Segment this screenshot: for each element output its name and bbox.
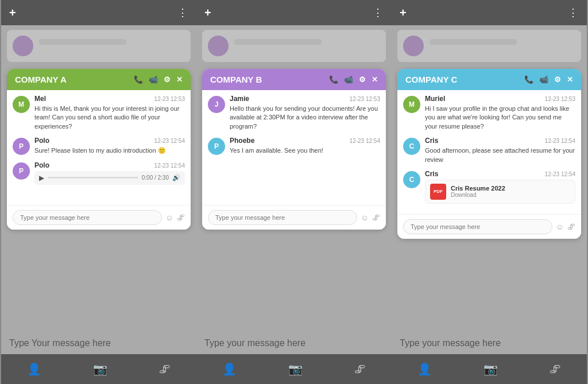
- menu-button-a[interactable]: ⋮: [177, 6, 188, 19]
- bottom-text-a: Type Your message here: [1, 332, 196, 354]
- message-row-b-0: J Jamie 12-23 12:53 Hello thank you for …: [208, 95, 380, 131]
- pdf-attachment-c[interactable]: PDF Cris Resume 2022 Download: [425, 180, 575, 204]
- messages-area-c: M Muriel 12-23 12:53 Hi I saw your profi…: [397, 90, 581, 214]
- msg-header-a-2: Polo 12-23 12:54: [34, 161, 185, 169]
- paperclip-nav-icon-b[interactable]: 🖇: [354, 363, 366, 376]
- message-row-b-1: P Phoebe 12-23 12:54 Yes I am available.…: [208, 137, 380, 155]
- company-name-c: COMPANY C: [405, 75, 457, 84]
- msg-sender-a-0: Mel: [34, 95, 46, 103]
- chat-header-icons-b: 📞 📹 ⚙ ✕: [329, 75, 378, 84]
- bg-text-b: [234, 39, 380, 53]
- msg-text-c-1: Good afternoon, please see attached resu…: [425, 146, 575, 164]
- close-icon-c[interactable]: ✕: [567, 75, 573, 84]
- close-icon-a[interactable]: ✕: [176, 75, 183, 84]
- msg-sender-c-0: Muriel: [425, 95, 445, 103]
- bottom-text-b: Type your message here: [196, 332, 392, 354]
- audio-play-icon[interactable]: ▶: [39, 174, 44, 182]
- msg-header-b-0: Jamie 12-23 12:53: [230, 95, 380, 103]
- msg-sender-a-2: Polo: [34, 161, 49, 169]
- message-input-a[interactable]: [13, 210, 162, 225]
- chat-card-b: COMPANY B 📞 📹 ⚙ ✕ J Jamie 12-23 12:53 He…: [202, 69, 386, 230]
- paperclip-nav-icon-a[interactable]: 🖇: [159, 363, 171, 376]
- camera-nav-icon-c[interactable]: 📷: [483, 362, 498, 376]
- company-name-a: COMPANY A: [15, 75, 67, 84]
- pdf-info-c: Cris Resume 2022 Download: [451, 185, 570, 198]
- message-row-a-2: P Polo 12-23 12:54 ▶ 0:00 / 2:30 🔊: [13, 161, 185, 185]
- emoji-icon-a[interactable]: ☺: [165, 213, 173, 222]
- chat-card-a: COMPANY A 📞 📹 ⚙ ✕ M Mel 12-23 12:53 Hi t…: [7, 69, 191, 230]
- messages-area-b: J Jamie 12-23 12:53 Hello thank you for …: [202, 90, 386, 205]
- company-name-b: COMPANY B: [210, 75, 262, 84]
- msg-sender-b-0: Jamie: [230, 95, 249, 103]
- chat-header-icons-a: 📞 📹 ⚙ ✕: [134, 75, 183, 84]
- person-nav-icon-c[interactable]: 👤: [417, 362, 432, 376]
- camera-nav-icon-a[interactable]: 📷: [93, 362, 107, 376]
- message-input-b[interactable]: [208, 210, 357, 225]
- menu-button-b[interactable]: ⋮: [373, 6, 384, 19]
- msg-time-c-2: 12-23 12:54: [545, 171, 575, 177]
- add-button-b[interactable]: +: [204, 6, 211, 20]
- attachment-icon-b[interactable]: 🖇: [372, 213, 380, 222]
- msg-content-c-1: Cris 12-23 12:54 Good afternoon, please …: [425, 137, 575, 164]
- bottom-text-c: Type your message here: [392, 332, 587, 354]
- bg-contact-b: [202, 30, 386, 62]
- msg-sender-a-1: Polo: [34, 137, 49, 145]
- msg-content-a-0: Mel 12-23 12:53 Hi this is Mel, thank yo…: [34, 95, 185, 131]
- add-button-a[interactable]: +: [9, 6, 16, 20]
- video-icon-c[interactable]: 📹: [539, 75, 548, 84]
- bg-name-line-c: [430, 39, 517, 45]
- bg-text-a: [39, 39, 185, 53]
- msg-header-c-2: Cris 12-23 12:54: [425, 170, 575, 178]
- bg-text-c: [430, 39, 575, 53]
- msg-time-c-0: 12-23 12:53: [545, 96, 575, 102]
- video-icon-b[interactable]: 📹: [344, 75, 353, 84]
- phone-icon-a[interactable]: 📞: [134, 75, 143, 84]
- person-nav-icon-b[interactable]: 👤: [222, 362, 237, 376]
- msg-input-area-c: ☺ 🖇: [397, 214, 581, 239]
- pdf-icon-c: PDF: [430, 184, 446, 200]
- avatar-mel: M: [13, 96, 30, 113]
- add-button-c[interactable]: +: [400, 6, 407, 20]
- bottom-nav-a: 👤 📷 🖇: [1, 354, 196, 384]
- msg-text-c-0: Hi I saw your profile in the group chat …: [425, 104, 575, 131]
- settings-icon-a[interactable]: ⚙: [164, 75, 171, 84]
- msg-time-a-2: 12-23 12:54: [154, 162, 185, 169]
- bottom-nav-b: 👤 📷 🖇: [196, 354, 392, 384]
- attachment-icon-c[interactable]: 🖇: [567, 222, 575, 231]
- bg-msg-line-b: [234, 48, 366, 53]
- bottom-area-c: Type your message here 👤 📷 🖇: [392, 241, 587, 384]
- emoji-icon-c[interactable]: ☺: [556, 222, 564, 231]
- audio-timeline[interactable]: [48, 177, 138, 179]
- message-input-c[interactable]: [403, 219, 552, 234]
- msg-text-b-0: Hello thank you for sending your documen…: [230, 104, 380, 131]
- close-icon-b[interactable]: ✕: [372, 75, 378, 84]
- attachment-icon-a[interactable]: 🖇: [177, 213, 185, 222]
- person-nav-icon-a[interactable]: 👤: [27, 362, 41, 376]
- bg-avatar-a: [13, 36, 33, 56]
- msg-header-a-0: Mel 12-23 12:53: [34, 95, 185, 103]
- msg-header-a-1: Polo 12-23 12:54: [34, 137, 185, 145]
- bg-msg-line-c: [430, 48, 561, 53]
- paperclip-nav-icon-c[interactable]: 🖇: [550, 363, 561, 376]
- emoji-icon-b[interactable]: ☺: [361, 213, 369, 222]
- msg-sender-c-1: Cris: [425, 137, 438, 145]
- settings-icon-b[interactable]: ⚙: [359, 75, 366, 84]
- message-row-c-2: C Cris 12-23 12:54 PDF Cris Resume 2022 …: [403, 170, 575, 204]
- avatar-cris-1: C: [403, 138, 420, 155]
- message-row-a-0: M Mel 12-23 12:53 Hi this is Mel, thank …: [13, 95, 185, 131]
- video-icon-a[interactable]: 📹: [149, 75, 158, 84]
- menu-button-c[interactable]: ⋮: [568, 6, 579, 19]
- top-bar-c: + ⋮: [392, 0, 587, 25]
- bg-contact-a: [7, 30, 191, 62]
- audio-volume-icon[interactable]: 🔊: [172, 174, 180, 181]
- settings-icon-c[interactable]: ⚙: [554, 75, 561, 84]
- phone-icon-c[interactable]: 📞: [524, 75, 533, 84]
- phone-icon-b[interactable]: 📞: [329, 75, 338, 84]
- phone-panel-c: + ⋮ COMPANY C 📞 📹 ⚙ ✕ M Muriel: [392, 0, 587, 384]
- chat-header-b: COMPANY B 📞 📹 ⚙ ✕: [202, 69, 386, 90]
- msg-text-b-1: Yes I am available. See you then!: [230, 146, 380, 155]
- bottom-area-b: Type your message here 👤 📷 🖇: [196, 232, 392, 384]
- pdf-download-c[interactable]: Download: [451, 192, 570, 198]
- msg-sender-b-1: Phoebe: [230, 137, 254, 145]
- camera-nav-icon-b[interactable]: 📷: [288, 362, 303, 376]
